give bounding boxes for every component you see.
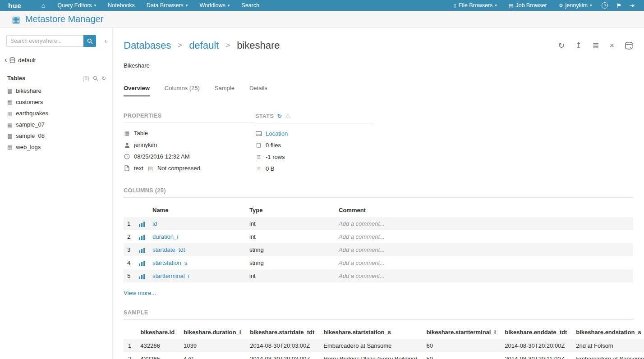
sidebar-table-item[interactable]: ▦web_logs [0,141,112,153]
archive-icon: ▤ [147,165,154,172]
files-icon: ❏ [255,142,262,149]
bar-chart-icon[interactable] [139,248,145,253]
breadcrumb-database[interactable]: default [189,40,219,51]
nav-item-label: Search [241,2,259,9]
column-type: int [246,230,335,243]
column-comment-input[interactable]: Add a comment... [335,230,633,243]
nav-notebooks[interactable]: Notebooks [102,0,141,11]
bar-chart-icon[interactable] [139,235,145,240]
back-chevron-icon[interactable]: ‹ [5,56,7,64]
sidebar-table-item[interactable]: ▦bikeshare [0,85,112,96]
clock-icon [124,154,130,159]
column-name-link[interactable]: startdate_tdt [152,246,185,253]
nav-item-label: Notebooks [108,2,135,9]
sample-cell: 2014-08-30T20:20:00Z [500,339,571,352]
browse-data-icon[interactable]: ≣ [592,41,599,50]
home-button[interactable]: ⌂ [35,2,51,9]
nav-jennykim[interactable]: ⚙jennykim▾ [553,0,598,11]
tables-refresh-icon[interactable]: ↻ [101,75,106,82]
breadcrumb-databases[interactable]: Databases [124,40,171,51]
refresh-icon[interactable]: ↻ [558,41,565,50]
sidebar-table-label: sample_08 [16,132,45,139]
sample-row-index: 1 [124,339,136,352]
drop-table-icon[interactable]: × [609,41,614,50]
sample-table-head-row: bikeshare.idbikeshare.duration_ibikeshar… [124,325,644,339]
column-name-link[interactable]: startterminal_i [152,273,189,279]
column-comment-input[interactable]: Add a comment... [335,217,633,230]
nav-query-editors[interactable]: Query Editors▾ [51,0,102,11]
logout-button[interactable]: ⇥ [626,2,639,9]
bar-chart-icon[interactable] [139,261,145,266]
nav-search[interactable]: Search [235,0,265,11]
column-comment-input[interactable]: Add a comment... [335,256,633,269]
sample-cell: 2014-08-30T20:03:00Z [245,352,319,359]
nav-data-browsers[interactable]: Data Browsers▾ [141,0,194,11]
table-comment[interactable]: Bikeshare [124,62,150,70]
hue-logo[interactable]: hue [8,2,22,9]
column-name-link[interactable]: duration_i [152,233,178,240]
database-icon [9,57,15,63]
search-input[interactable] [6,35,83,47]
view-more-link[interactable]: View more... [124,290,156,296]
column-row: 1idintAdd a comment... [124,217,633,230]
sidebar-table-item[interactable]: ▦customers [0,96,112,108]
location-link[interactable]: Location [266,130,288,137]
sidebar: ‹ ‹ default Tables (6) ↻ ▦bikeshare▦cust… [0,28,113,359]
sample-header-cell: bikeshare.startdate_tdt [245,325,319,339]
columns-table: Name Type Comment 1idintAdd a comment...… [124,203,633,282]
topnav-left-items: Query Editors▾NotebooksData Browsers▾Wor… [51,0,265,11]
nav-job-browser[interactable]: ▤Job Browser [503,0,553,11]
column-name-cell: startterminal_i [149,269,246,282]
disk-icon [256,131,262,136]
caret-down-icon: ▾ [186,3,188,8]
help-button[interactable]: ? [598,2,612,9]
column-name-link[interactable]: id [152,220,157,227]
sample-row: 143226610392014-08-30T20:03:00ZEmbarcade… [124,339,644,352]
sample-row-index: 2 [124,352,136,359]
nav-workflows[interactable]: Workflows▾ [193,0,235,11]
import-data-icon[interactable]: ↥ [575,41,582,50]
storage-icon[interactable] [625,42,633,50]
database-row: ‹ default [5,56,112,64]
columns-header-name: Name [149,203,246,217]
tables-count: (6) [83,75,89,82]
tables-header: Tables (6) ↻ [7,75,106,82]
column-index: 2 [124,230,135,243]
sidebar-collapse-chevron[interactable]: ‹ [102,36,109,45]
tab-overview[interactable]: Overview [124,85,150,96]
sidebar-table-item[interactable]: ▦earthquakes [0,108,112,119]
column-name-link[interactable]: startstation_s [152,259,187,266]
bar-chart-icon[interactable] [139,222,145,227]
column-comment-input[interactable]: Add a comment... [335,243,633,256]
bar-chart-icon[interactable] [139,274,145,279]
user-icon [124,142,130,148]
search-button[interactable] [83,35,96,47]
tab-details[interactable]: Details [249,85,267,96]
feedback-button[interactable]: ⚑ [612,2,626,9]
stat-files-value: 0 files [266,142,281,149]
sample-heading: SAMPLE [124,309,633,320]
database-name[interactable]: default [18,57,36,64]
tables-search-icon[interactable] [93,76,98,81]
column-type: string [246,256,335,269]
sidebar-table-label: sample_07 [16,121,45,128]
tab-sample[interactable]: Sample [215,85,235,96]
nav-file-browsers[interactable]: ▯File Browsers▾ [448,0,503,11]
sidebar-table-item[interactable]: ▦sample_07 [0,119,112,130]
column-index: 1 [124,217,135,230]
property-compression-value: Not compressed [157,165,200,172]
breadcrumb: Databases > default > bikeshare [124,40,280,51]
breadcrumb-table: bikeshare [237,40,280,51]
metastore-icon: ▦ [12,14,20,25]
stats-refresh-icon[interactable]: ↻ [277,113,282,119]
app-header: ▦ Metastore Manager [0,11,644,28]
column-name-cell: startdate_tdt [149,243,246,256]
columns-header-type: Type [246,203,335,217]
sidebar-table-item[interactable]: ▦sample_08 [0,130,112,141]
column-name-cell: duration_i [149,230,246,243]
breadcrumb-separator: > [225,41,230,50]
column-comment-input[interactable]: Add a comment... [335,269,633,282]
property-format: text ▤ Not compressed [124,165,255,172]
size-icon: ≡ [255,166,262,172]
tab-columns[interactable]: Columns (25) [165,85,200,96]
